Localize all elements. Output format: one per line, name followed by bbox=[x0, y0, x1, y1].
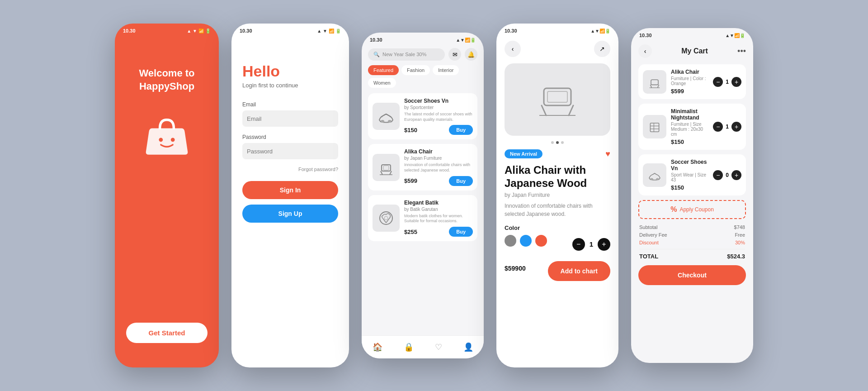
add-to-cart-button[interactable]: Add to chart bbox=[548, 261, 610, 281]
discount-value: 30% bbox=[735, 240, 745, 245]
tab-fashion[interactable]: Fashion bbox=[401, 65, 430, 75]
product-description: Innovation of comfortable chairs with se… bbox=[505, 202, 610, 218]
svg-point-0 bbox=[159, 138, 163, 142]
product-card-3: Elegant Batik by Batik Garutan Modern ba… bbox=[368, 195, 477, 241]
bag-icon bbox=[142, 111, 192, 161]
cart-qty-decrease-3[interactable]: − bbox=[713, 170, 723, 180]
cart-item-name-1: Alika Chair bbox=[671, 69, 708, 75]
cart-item-price-3: $150 bbox=[671, 184, 708, 191]
svg-point-2 bbox=[381, 120, 384, 123]
delivery-row: Delivery Fee Free bbox=[639, 232, 745, 238]
nav-home-icon[interactable]: 🏠 bbox=[368, 340, 387, 354]
nav-profile-icon[interactable]: 👤 bbox=[459, 340, 478, 354]
cart-item-img-2 bbox=[643, 115, 666, 138]
sign-in-button[interactable]: Sign In bbox=[242, 181, 338, 199]
product-info-2: Alika Chair by Japan Furniture Innovatio… bbox=[404, 148, 473, 186]
product-title: Alika Chair with Japanese Wood bbox=[505, 164, 610, 190]
cart-item-name-3: Soccer Shoes Vn bbox=[671, 159, 708, 172]
hello-title: Hello bbox=[242, 62, 338, 80]
cart-item-info-3: Soccer Shoes Vn Sport Wear | Size 43 $15… bbox=[671, 159, 708, 191]
search-input-wrap[interactable]: 🔍 New Year Sale 30% bbox=[368, 48, 445, 61]
email-field[interactable] bbox=[242, 110, 338, 127]
qty-decrease-button[interactable]: − bbox=[572, 238, 585, 251]
cart-qty-decrease-1[interactable]: − bbox=[713, 77, 723, 87]
cart-back-button[interactable]: ‹ bbox=[638, 44, 652, 58]
quantity-controls: − 1 + bbox=[572, 238, 610, 251]
cart-qty-increase-2[interactable]: + bbox=[731, 122, 741, 132]
color-swatch-blue[interactable] bbox=[520, 235, 532, 247]
more-options-icon[interactable]: ••• bbox=[737, 47, 746, 56]
product-price-large: $59900 bbox=[505, 264, 526, 278]
subtotal-label: Subtotal bbox=[639, 224, 657, 230]
buy-btn-1[interactable]: Buy bbox=[449, 125, 473, 135]
product-card-2: Alika Chair by Japan Furniture Innovatio… bbox=[368, 144, 477, 190]
tab-interior[interactable]: Interior bbox=[433, 65, 459, 75]
cart-qty-decrease-2[interactable]: − bbox=[713, 122, 723, 132]
quantity-value: 1 bbox=[590, 240, 593, 248]
bottom-nav: 🏠 🔒 ♡ 👤 bbox=[362, 335, 484, 358]
cart-qty-num-2: 1 bbox=[726, 124, 729, 130]
svg-line-13 bbox=[542, 105, 546, 115]
svg-point-3 bbox=[388, 120, 392, 123]
product-desc-1: The latest model of soccer shoes with Eu… bbox=[404, 112, 473, 122]
color-swatch-gray[interactable] bbox=[505, 235, 516, 247]
cart-item-info-2: Minimalist Nightstand Furniture | Size M… bbox=[671, 108, 708, 145]
qty-increase-button[interactable]: + bbox=[598, 238, 610, 251]
buy-btn-2[interactable]: Buy bbox=[449, 176, 473, 186]
dot-2 bbox=[556, 141, 559, 144]
cart-item-2: Minimalist Nightstand Furniture | Size M… bbox=[638, 104, 746, 150]
favorite-icon[interactable]: ♥ bbox=[605, 149, 610, 159]
product-price-1: $150 bbox=[404, 127, 417, 134]
message-icon[interactable]: ✉ bbox=[448, 48, 461, 61]
cart-qty-increase-1[interactable]: + bbox=[731, 77, 741, 87]
dot-3 bbox=[561, 141, 564, 144]
status-icons-3: ▲▼📶🔋 bbox=[456, 38, 476, 43]
subtotal-value: $748 bbox=[734, 224, 745, 230]
product-price-2: $599 bbox=[404, 177, 417, 184]
product-desc-2: Innovation of comfortable chairs with se… bbox=[404, 162, 473, 173]
subtotal-row: Subtotal $748 bbox=[639, 224, 745, 230]
status-icons-2: ▲▼📶🔋 bbox=[317, 29, 341, 33]
cart-item-info-1: Alika Chair Furniture | Color : Orange $… bbox=[671, 69, 708, 95]
product-info-1: Soccer Shoes Vn by Sportcenter The lates… bbox=[404, 98, 473, 135]
product-price-3: $255 bbox=[404, 229, 417, 235]
tab-featured[interactable]: Featured bbox=[368, 65, 399, 75]
back-button[interactable]: ‹ bbox=[505, 41, 521, 57]
buy-btn-3[interactable]: Buy bbox=[449, 227, 473, 237]
product-card-1: Soccer Shoes Vn by Sportcenter The lates… bbox=[368, 93, 477, 139]
tab-women[interactable]: Women bbox=[368, 78, 396, 88]
cart-screen: 10.30 ▲▼📶🔋 ‹ My Cart ••• bbox=[631, 28, 753, 363]
coupon-box[interactable]: % Apply Coupon bbox=[638, 200, 746, 219]
delivery-label: Delivery Fee bbox=[639, 232, 667, 238]
search-icon: 🔍 bbox=[373, 52, 380, 57]
share-button[interactable]: ↗ bbox=[594, 41, 610, 57]
coupon-icon: % bbox=[670, 205, 677, 214]
password-field[interactable] bbox=[242, 143, 338, 159]
product-img-2 bbox=[373, 154, 400, 181]
svg-rect-20 bbox=[650, 123, 659, 132]
svg-point-24 bbox=[650, 178, 653, 180]
color-swatch-orange[interactable] bbox=[535, 235, 547, 247]
svg-line-18 bbox=[657, 85, 659, 87]
notification-icon[interactable]: 🔔 bbox=[465, 48, 477, 61]
get-started-button[interactable]: Get Started bbox=[126, 323, 208, 343]
sign-up-button[interactable]: Sign Up bbox=[242, 205, 338, 223]
discount-row: Discount 30% bbox=[639, 240, 745, 245]
image-dots bbox=[505, 141, 610, 144]
total-label: TOTAL bbox=[639, 253, 658, 260]
svg-line-14 bbox=[569, 105, 573, 115]
nav-cart-icon[interactable]: 🔒 bbox=[399, 340, 418, 354]
product-hero-image bbox=[505, 63, 610, 136]
product-list-screen: 10.30 ▲▼📶🔋 🔍 New Year Sale 30% ✉ 🔔 Featu… bbox=[362, 33, 484, 358]
checkout-button[interactable]: Checkout bbox=[638, 265, 746, 285]
cart-header: ‹ My Cart ••• bbox=[638, 44, 746, 58]
product-brand-1: by Sportcenter bbox=[404, 105, 473, 110]
cart-qty-increase-3[interactable]: + bbox=[731, 170, 741, 180]
total-value: $524.3 bbox=[727, 253, 745, 260]
forgot-password-link[interactable]: Forgot password? bbox=[242, 167, 338, 172]
nav-favorites-icon[interactable]: ♡ bbox=[430, 340, 447, 354]
email-label: Email bbox=[242, 101, 338, 108]
cart-qty-controls-3: − 0 + bbox=[713, 170, 741, 180]
svg-line-6 bbox=[381, 171, 382, 175]
product-img-3 bbox=[373, 205, 400, 232]
